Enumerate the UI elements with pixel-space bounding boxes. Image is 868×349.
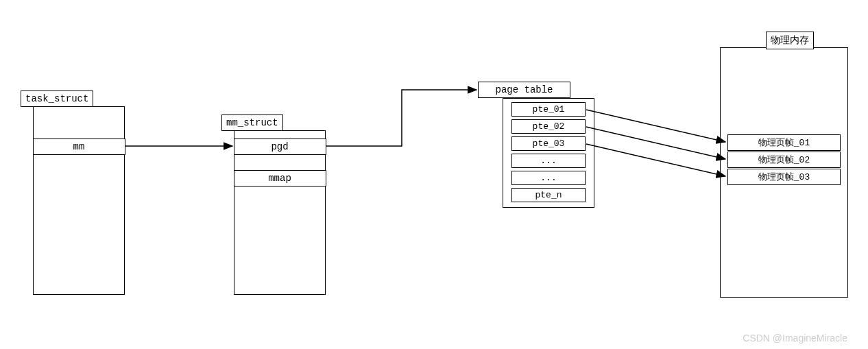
mm-struct-title: mm_struct [221, 115, 283, 131]
phys-mem-title: 物理内存 [766, 32, 814, 49]
page-table-title: page table [478, 82, 570, 98]
task-struct-title: task_struct [21, 91, 93, 107]
arrow-pte2-to-frame2 [586, 127, 725, 159]
arrow-pte3-to-frame3 [586, 144, 725, 176]
arrow-pgd-to-pagetable [326, 90, 477, 146]
arrow-pte1-to-frame1 [586, 110, 725, 142]
arrows-layer [0, 0, 868, 349]
